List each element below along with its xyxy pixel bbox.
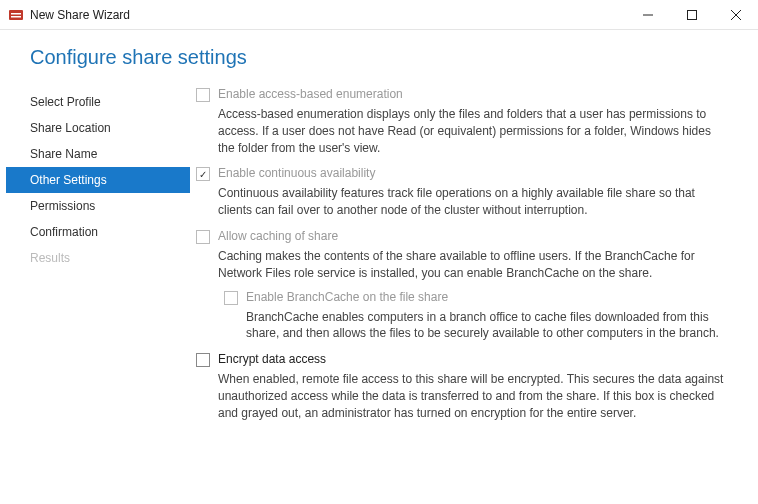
page-heading: Configure share settings [0,30,758,87]
app-icon [8,7,24,23]
label-abe: Enable access-based enumeration [218,87,403,101]
step-permissions[interactable]: Permissions [6,193,190,219]
desc-cache: Caching makes the contents of the share … [218,248,730,282]
checkbox-cache [196,230,210,244]
step-select-profile[interactable]: Select Profile [6,89,190,115]
minimize-button[interactable] [626,0,670,30]
close-button[interactable] [714,0,758,30]
step-other-settings[interactable]: Other Settings [6,167,190,193]
main: Select Profile Share Location Share Name… [0,87,758,504]
svg-rect-2 [11,16,21,18]
desc-abe: Access-based enumeration displays only t… [218,106,730,156]
option-abe: Enable access-based enumeration Access-b… [196,87,730,156]
checkbox-encrypt[interactable] [196,353,210,367]
option-encrypt: Encrypt data access When enabled, remote… [196,352,730,421]
checkbox-ca [196,167,210,181]
window-title: New Share Wizard [30,8,626,22]
maximize-button[interactable] [670,0,714,30]
content: Enable access-based enumeration Access-b… [190,87,758,504]
step-results: Results [6,245,190,271]
step-confirmation[interactable]: Confirmation [6,219,190,245]
option-cache: Allow caching of share Caching makes the… [196,229,730,342]
label-branchcache: Enable BranchCache on the file share [246,290,448,304]
desc-branchcache: BranchCache enables computers in a branc… [246,309,730,343]
checkbox-abe [196,88,210,102]
step-share-location[interactable]: Share Location [6,115,190,141]
option-ca: Enable continuous availability Continuou… [196,166,730,219]
wizard-steps: Select Profile Share Location Share Name… [0,87,190,504]
checkbox-branchcache [224,291,238,305]
svg-rect-4 [688,10,697,19]
titlebar: New Share Wizard [0,0,758,30]
label-ca: Enable continuous availability [218,166,375,180]
step-share-name[interactable]: Share Name [6,141,190,167]
option-branchcache: Enable BranchCache on the file share Bra… [224,290,730,343]
label-cache: Allow caching of share [218,229,338,243]
svg-rect-1 [11,13,21,15]
svg-rect-0 [9,10,23,20]
desc-encrypt: When enabled, remote file access to this… [218,371,730,421]
label-encrypt: Encrypt data access [218,352,326,366]
desc-ca: Continuous availability features track f… [218,185,730,219]
